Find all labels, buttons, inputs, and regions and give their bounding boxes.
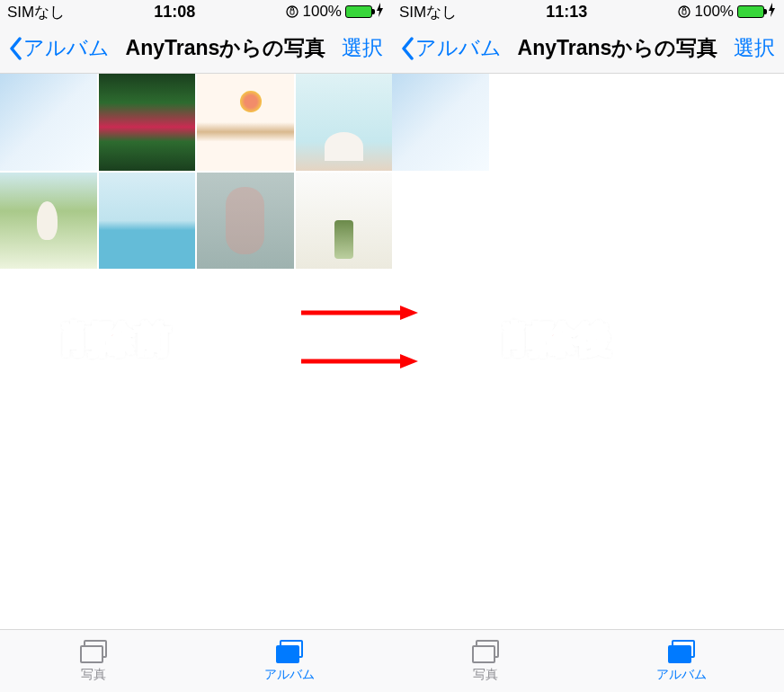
tab-albums[interactable]: アルバム <box>656 640 707 683</box>
photo-grid-area <box>0 74 392 629</box>
battery-icon <box>345 5 372 18</box>
select-button[interactable]: 選択 <box>342 34 383 62</box>
tab-albums[interactable]: アルバム <box>264 640 315 683</box>
back-button[interactable]: アルバム <box>401 34 502 62</box>
page-title: AnyTransからの写真 <box>502 34 734 62</box>
photo-grid <box>392 74 784 171</box>
tab-photos[interactable]: 写真 <box>78 640 109 683</box>
chevron-left-icon <box>9 37 23 60</box>
charging-icon <box>376 3 385 22</box>
tab-photos[interactable]: 写真 <box>470 640 501 683</box>
photos-stack-icon <box>470 640 501 665</box>
back-label: アルバム <box>23 34 110 62</box>
photo-thumbnail[interactable] <box>0 74 97 171</box>
phone-before: SIMなし 11:08 100% アルバム AnyTransからの写真 選択 <box>0 0 392 692</box>
status-right: 100% <box>677 3 777 22</box>
svg-rect-1 <box>290 10 294 14</box>
photo-thumbnail[interactable] <box>0 173 97 270</box>
status-bar: SIMなし 11:08 100% <box>0 0 392 23</box>
arrow-icon <box>301 304 418 322</box>
clock: 11:08 <box>154 3 195 22</box>
photos-stack-icon <box>78 640 109 665</box>
photo-thumbnail[interactable] <box>197 173 294 270</box>
photo-thumbnail[interactable] <box>197 74 294 171</box>
rotation-lock-icon <box>285 4 299 19</box>
carrier-label: SIMなし <box>7 2 65 22</box>
select-button[interactable]: 選択 <box>734 34 775 62</box>
annotation-after: 削除後 <box>503 315 611 364</box>
status-right: 100% <box>285 3 385 22</box>
page-title: AnyTransからの写真 <box>110 34 342 62</box>
tab-label: アルバム <box>264 667 315 683</box>
photo-grid <box>0 74 392 269</box>
svg-marker-7 <box>400 354 418 368</box>
rotation-lock-icon <box>677 4 691 19</box>
arrow-icon <box>301 352 418 370</box>
svg-marker-5 <box>400 306 418 320</box>
status-bar: SIMなし 11:13 100% <box>392 0 784 23</box>
chevron-left-icon <box>401 37 415 60</box>
back-label: アルバム <box>415 34 502 62</box>
photo-thumbnail[interactable] <box>99 74 196 171</box>
svg-rect-3 <box>682 10 686 14</box>
albums-stack-icon <box>274 640 305 665</box>
tab-label: アルバム <box>656 667 707 683</box>
carrier-label: SIMなし <box>399 2 457 22</box>
back-button[interactable]: アルバム <box>9 34 110 62</box>
photo-thumbnail[interactable] <box>296 74 393 171</box>
nav-bar: アルバム AnyTransからの写真 選択 <box>392 23 784 74</box>
battery-icon <box>737 5 764 18</box>
tab-bar: 写真 アルバム <box>0 629 392 692</box>
tab-bar: 写真 アルバム <box>392 629 784 692</box>
annotation-before: 削除前 <box>63 315 171 364</box>
albums-stack-icon <box>666 640 697 665</box>
nav-bar: アルバム AnyTransからの写真 選択 <box>0 23 392 74</box>
battery-percent: 100% <box>303 3 342 21</box>
photo-thumbnail[interactable] <box>392 74 489 171</box>
photo-thumbnail[interactable] <box>99 173 196 270</box>
tab-label: 写真 <box>81 667 106 683</box>
photo-thumbnail[interactable] <box>296 173 393 270</box>
tab-label: 写真 <box>473 667 498 683</box>
battery-percent: 100% <box>695 3 734 21</box>
charging-icon <box>768 3 777 22</box>
clock: 11:13 <box>546 3 587 22</box>
